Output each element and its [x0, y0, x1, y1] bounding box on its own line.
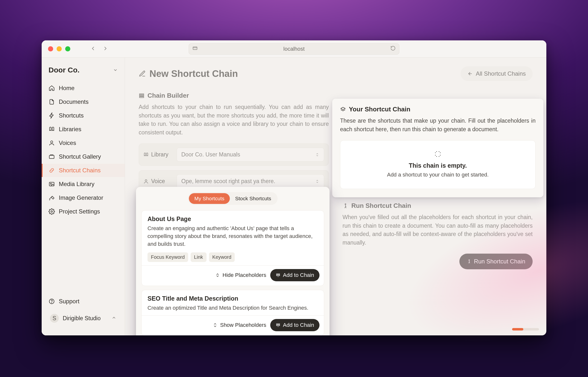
- chains-icon: [49, 167, 55, 174]
- svg-rect-12: [139, 97, 144, 98]
- sidebar-item-label: Support: [59, 298, 79, 305]
- svg-rect-18: [276, 275, 280, 276]
- workspace-name: Door Co.: [49, 66, 80, 74]
- section-description: When you've filled out all the placehold…: [343, 213, 533, 247]
- page-title: New Shortcut Chain: [139, 69, 238, 79]
- address-text: localhost: [283, 46, 305, 52]
- voice-select[interactable]: Ope, lemme scoot right past ya there.: [177, 174, 324, 188]
- add-icon: [276, 273, 281, 278]
- svg-point-5: [50, 183, 51, 184]
- image-gen-icon: [49, 195, 55, 201]
- shortcut-card: About Us Page Create an engaging and aut…: [141, 210, 324, 286]
- tour-progress: [512, 328, 539, 330]
- sidebar-item-support[interactable]: Support: [42, 295, 125, 308]
- sidebar-item-image-generator[interactable]: Image Generator: [42, 191, 125, 204]
- empty-title: This chain is empty.: [345, 162, 530, 169]
- voice-icon: [143, 179, 149, 184]
- hide-placeholders-button[interactable]: Hide Placeholders: [215, 272, 266, 278]
- svg-point-8: [51, 303, 52, 303]
- placeholder-tag: Link: [191, 252, 207, 262]
- all-chains-button[interactable]: All Shortcut Chains: [461, 66, 533, 81]
- section-title: Chain Builder: [147, 92, 189, 99]
- runner-icon: [467, 259, 472, 264]
- svg-point-6: [51, 211, 53, 212]
- svg-point-14: [345, 204, 346, 205]
- add-to-chain-button[interactable]: Add to Chain: [270, 269, 319, 281]
- svg-rect-3: [49, 155, 54, 159]
- select-value: Door Co. User Manuals: [181, 151, 240, 158]
- arrow-left-icon: [467, 71, 473, 76]
- expand-icon: [213, 323, 218, 328]
- select-chevron-icon: [315, 153, 319, 157]
- empty-subtitle: Add a shortcut to your chain to get star…: [345, 172, 530, 178]
- shortcut-title: About Us Page: [147, 215, 318, 223]
- tab-stock-shortcuts[interactable]: Stock Shortcuts: [230, 193, 277, 204]
- section-title: Your Shortcut Chain: [349, 106, 410, 113]
- sidebar-item-label: Project Settings: [59, 208, 100, 215]
- reload-icon[interactable]: [390, 46, 396, 52]
- main-content: New Shortcut Chain All Shortcut Chains C…: [125, 58, 546, 335]
- show-placeholders-button[interactable]: Show Placeholders: [213, 322, 266, 328]
- sidebar: Door Co. Home Documents Shortcuts: [42, 58, 125, 335]
- media-icon: [49, 181, 55, 187]
- close-window-button[interactable]: [48, 46, 53, 51]
- library-field: Library Door Co. User Manuals: [139, 143, 329, 166]
- studio-switcher[interactable]: S Dirigible Studio: [46, 310, 120, 326]
- svg-rect-0: [193, 47, 197, 49]
- empty-chain-card: This chain is empty. Add a shortcut to y…: [340, 140, 536, 189]
- shortcuts-icon: [49, 112, 55, 119]
- add-icon: [276, 323, 281, 328]
- sidebar-item-voices[interactable]: Voices: [42, 136, 125, 150]
- sidebar-item-label: Shortcut Chains: [59, 167, 101, 174]
- section-description: These are the shortcuts that make up you…: [340, 117, 536, 133]
- site-settings-icon: [192, 46, 198, 52]
- voices-icon: [49, 140, 55, 146]
- sidebar-item-home[interactable]: Home: [42, 82, 125, 95]
- run-chain-button[interactable]: Run Shortcut Chain: [459, 254, 533, 269]
- select-value: Ope, lemme scoot right past ya there.: [181, 178, 275, 185]
- svg-rect-17: [276, 274, 280, 274]
- svg-rect-11: [139, 95, 144, 96]
- chevron-down-icon: [113, 68, 118, 72]
- minimize-window-button[interactable]: [57, 46, 62, 51]
- documents-icon: [49, 99, 55, 105]
- sidebar-item-shortcut-chains[interactable]: Shortcut Chains: [42, 164, 125, 177]
- svg-marker-16: [341, 107, 345, 110]
- nav-forward-button[interactable]: [102, 45, 109, 53]
- svg-point-13: [145, 179, 147, 181]
- run-icon: [343, 203, 348, 209]
- svg-point-15: [469, 260, 469, 260]
- address-bar[interactable]: localhost: [189, 43, 399, 55]
- sidebar-item-label: Image Generator: [59, 194, 103, 201]
- shortcut-title: SEO Title and Meta Description: [147, 295, 318, 302]
- svg-rect-10: [139, 94, 144, 95]
- chevron-up-icon: [111, 315, 116, 322]
- shortcut-description: Create an engaging and authentic 'About …: [147, 224, 318, 248]
- sidebar-item-shortcuts[interactable]: Shortcuts: [42, 109, 125, 122]
- workspace-switcher[interactable]: Door Co.: [42, 63, 125, 80]
- sidebar-item-documents[interactable]: Documents: [42, 95, 125, 108]
- collapse-icon: [215, 273, 220, 278]
- section-description: Add shortcuts to your chain to run seque…: [139, 103, 329, 137]
- sidebar-item-libraries[interactable]: Libraries: [42, 123, 125, 136]
- builder-icon: [139, 93, 145, 99]
- sidebar-item-project-settings[interactable]: Project Settings: [42, 205, 125, 218]
- titlebar: localhost: [42, 40, 546, 58]
- tab-my-shortcuts[interactable]: My Shortcuts: [189, 193, 230, 204]
- browser-window: localhost Door Co. Home Documents: [42, 40, 546, 335]
- placeholder-tags: Focus Keyword Link Keyword: [147, 252, 318, 262]
- placeholder-tag: Focus Keyword: [147, 252, 188, 262]
- your-chain-panel: Your Shortcut Chain These are the shortc…: [332, 99, 543, 197]
- library-select[interactable]: Door Co. User Manuals: [177, 148, 324, 162]
- sidebar-item-gallery[interactable]: Shortcut Gallery: [42, 150, 125, 163]
- add-to-chain-button[interactable]: Add to Chain: [270, 319, 319, 331]
- section-title: Run Shortcut Chain: [351, 202, 411, 210]
- sidebar-item-label: Voices: [59, 140, 76, 146]
- sidebar-item-label: Libraries: [59, 126, 81, 133]
- sidebar-item-media-library[interactable]: Media Library: [42, 177, 125, 191]
- fullscreen-window-button[interactable]: [65, 46, 70, 51]
- svg-rect-20: [276, 324, 280, 324]
- field-label: Voice: [151, 178, 165, 185]
- nav-back-button[interactable]: [90, 45, 96, 53]
- sidebar-nav: Home Documents Shortcuts Libraries Voice…: [42, 80, 125, 220]
